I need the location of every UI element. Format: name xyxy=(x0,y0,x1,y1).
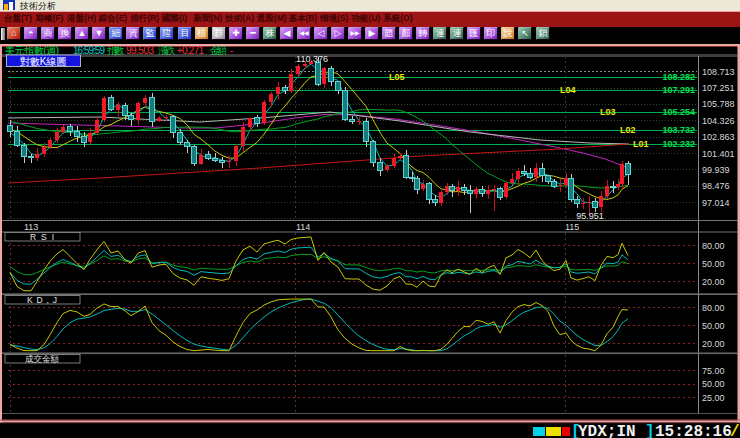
svg-text:102.863: 102.863 xyxy=(702,132,735,142)
svg-text:L04: L04 xyxy=(560,85,576,95)
svg-text:20.00: 20.00 xyxy=(702,339,725,349)
svg-text:110.376: 110.376 xyxy=(296,54,328,64)
svg-text:98.476: 98.476 xyxy=(702,181,730,191)
svg-text:L05: L05 xyxy=(389,72,405,82)
svg-text:101.401: 101.401 xyxy=(702,149,735,159)
svg-text:對數K線圖: 對數K線圖 xyxy=(20,56,67,67)
svg-text:-: - xyxy=(230,45,233,56)
svg-text:107.251: 107.251 xyxy=(702,83,735,93)
svg-text:L02: L02 xyxy=(620,125,636,135)
svg-text:+0.271: +0.271 xyxy=(177,45,204,56)
svg-text:金額: 金額 xyxy=(209,45,227,56)
svg-text:103.732: 103.732 xyxy=(662,125,695,135)
svg-text:95.951: 95.951 xyxy=(576,211,604,221)
svg-text:105.788: 105.788 xyxy=(702,99,735,109)
svg-text:108.282: 108.282 xyxy=(662,72,695,82)
svg-text:80.00: 80.00 xyxy=(702,303,725,313)
svg-text:107.291: 107.291 xyxy=(662,85,695,95)
svg-text:50.00: 50.00 xyxy=(702,321,725,331)
svg-text:50.00: 50.00 xyxy=(702,259,725,269)
svg-text:漲跌: 漲跌 xyxy=(158,45,175,56)
svg-text:113: 113 xyxy=(24,222,38,232)
svg-text:15:28:16: 15:28:16 xyxy=(655,423,732,438)
svg-text:114: 114 xyxy=(296,222,310,232)
svg-text:102.232: 102.232 xyxy=(662,139,695,149)
svg-text:25.00: 25.00 xyxy=(702,393,725,403)
svg-text:99.503: 99.503 xyxy=(126,45,154,56)
svg-text:75.00: 75.00 xyxy=(702,366,725,376)
svg-text:KD,J: KD,J xyxy=(27,295,57,305)
svg-text:成交金額: 成交金額 xyxy=(25,354,60,364)
svg-text:/: / xyxy=(730,423,740,438)
svg-text:115: 115 xyxy=(565,222,579,232)
svg-text:L01: L01 xyxy=(633,139,649,149)
svg-text:104.326: 104.326 xyxy=(702,116,735,126)
svg-text:80.00: 80.00 xyxy=(702,241,725,251)
svg-text:108.713: 108.713 xyxy=(702,67,735,77)
svg-text:99.939: 99.939 xyxy=(702,165,730,175)
svg-text:16:59:59: 16:59:59 xyxy=(73,45,105,56)
svg-text:97.014: 97.014 xyxy=(702,198,730,208)
svg-text:20.00: 20.00 xyxy=(702,277,725,287)
svg-text:美元指數(週): 美元指數(週) xyxy=(5,45,59,56)
svg-text:105.254: 105.254 xyxy=(662,107,695,117)
svg-text:L03: L03 xyxy=(600,107,616,117)
svg-text:50.00: 50.00 xyxy=(702,379,725,389)
svg-text:指數: 指數 xyxy=(107,45,124,56)
svg-text:]: ] xyxy=(645,423,655,438)
svg-text:YDX;IN: YDX;IN xyxy=(578,423,636,438)
